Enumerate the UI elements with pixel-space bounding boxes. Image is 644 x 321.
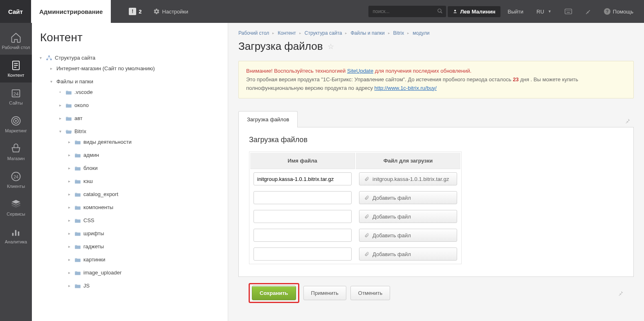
- lang-button[interactable]: RU ▼: [531, 9, 557, 15]
- crumb-link[interactable]: Структура сайта: [305, 30, 342, 36]
- apply-button[interactable]: Применить: [303, 286, 346, 300]
- tree-files[interactable]: ▾ Файлы и папки: [32, 78, 228, 86]
- buy-link[interactable]: http://www.1c-bitrix.ru/buy/: [375, 85, 437, 91]
- nav-clients[interactable]: 24 Клиенты: [0, 166, 32, 194]
- tree-item[interactable]: ▸картинки: [32, 256, 228, 264]
- tab-site[interactable]: Сайт: [0, 0, 31, 23]
- tree-label: .vscode: [74, 88, 93, 96]
- search-input[interactable]: [368, 6, 446, 17]
- tree-label: блоки: [83, 164, 98, 172]
- tree-item[interactable]: •.vscode: [32, 88, 228, 96]
- folder-icon: [74, 178, 81, 184]
- nav-marketing[interactable]: Маркетинг: [0, 110, 32, 138]
- filename-input[interactable]: [254, 191, 352, 204]
- target-icon: [10, 115, 22, 127]
- tab-strip: Загрузка файлов: [238, 111, 634, 127]
- nav-content[interactable]: Контент: [0, 55, 32, 82]
- nav-sites[interactable]: 24 Сайты: [0, 82, 32, 110]
- tree-label: админ: [83, 151, 99, 159]
- tree-item[interactable]: ▸админ: [32, 151, 228, 159]
- crumb-link[interactable]: модули: [413, 30, 429, 36]
- tree-item[interactable]: ▸виды деятельности: [32, 138, 228, 146]
- tree-item[interactable]: ▸авт: [32, 114, 228, 123]
- tree-item[interactable]: ▸кэш: [32, 177, 228, 185]
- cancel-button[interactable]: Отменить: [350, 286, 390, 300]
- tree-label: JS: [83, 282, 90, 290]
- tree-item[interactable]: ▸около: [32, 101, 228, 109]
- pin-button[interactable]: [579, 9, 597, 14]
- tree-label: Bitrix: [74, 127, 86, 136]
- star-icon[interactable]: ☆: [328, 42, 334, 51]
- chevron-right-icon: ▸: [66, 190, 72, 198]
- user-button[interactable]: Лев Малинин: [448, 6, 500, 17]
- chevron-right-icon: ▸: [66, 256, 72, 264]
- calendar-icon: 24: [10, 87, 22, 99]
- tree-label: гаджеты: [83, 243, 104, 251]
- chevron-down-icon: ▾: [38, 54, 43, 62]
- table-row: Добавить файл: [250, 226, 460, 244]
- save-button[interactable]: Сохранить: [252, 286, 296, 300]
- tree-item[interactable]: ▸JS: [32, 282, 228, 290]
- add-file-button[interactable]: Добавить файл: [359, 210, 457, 223]
- save-highlight: Сохранить: [249, 283, 299, 303]
- tree-item[interactable]: ▸гаджеты: [32, 243, 228, 251]
- file-btn-label: Добавить файл: [372, 214, 411, 220]
- paperclip-icon: [364, 214, 369, 219]
- tree-item[interactable]: ▸блоки: [32, 164, 228, 172]
- paperclip-icon: [364, 176, 369, 182]
- tree-title: Контент: [32, 31, 228, 51]
- tree-root[interactable]: ▾ Структура сайта: [32, 54, 228, 62]
- col-uploadfile: Файл для загрузки: [356, 153, 460, 169]
- tree-item[interactable]: ▸catalog_export: [32, 190, 228, 198]
- tree-item[interactable]: ▸шрифты: [32, 230, 228, 238]
- nav-analytics[interactable]: Аналитика: [0, 221, 32, 249]
- filename-input[interactable]: [254, 210, 352, 223]
- tree-item[interactable]: ▸image_uploader: [32, 269, 228, 277]
- tab-upload[interactable]: Загрузка файлов: [238, 111, 298, 127]
- tree-item[interactable]: ▸CSS: [32, 216, 228, 225]
- action-bar: Сохранить Применить Отменить: [238, 277, 634, 309]
- nav-services[interactable]: Сервисы: [0, 194, 32, 221]
- filename-input[interactable]: [254, 229, 352, 242]
- chart-icon: [10, 226, 22, 238]
- tree-label: image_uploader: [83, 269, 121, 277]
- filename-input[interactable]: [254, 247, 352, 261]
- tree-label: кэш: [83, 177, 93, 185]
- add-file-button[interactable]: Добавить файл: [359, 247, 457, 261]
- chevron-down-icon: ▾: [48, 78, 54, 86]
- paperclip-icon: [364, 195, 369, 201]
- help-button[interactable]: ? Помощь: [598, 8, 639, 15]
- crumb-link[interactable]: Рабочий стол: [238, 30, 269, 36]
- tree-item[interactable]: ▸компоненты: [32, 203, 228, 212]
- add-file-button[interactable]: Добавить файл: [359, 191, 457, 204]
- add-file-button[interactable]: Добавить файл: [359, 229, 457, 242]
- filename-input[interactable]: [254, 172, 352, 185]
- tab-admin[interactable]: Администрирование: [31, 0, 111, 23]
- pin-icon[interactable]: [618, 290, 624, 296]
- tree-item[interactable]: ▾Bitrix: [32, 127, 228, 136]
- search-icon[interactable]: [437, 8, 443, 14]
- tree-label: компоненты: [83, 203, 113, 212]
- chevron-right-icon: ▸: [272, 31, 274, 35]
- svg-text:24: 24: [13, 174, 18, 179]
- crumb-link[interactable]: Контент: [278, 30, 296, 36]
- keyboard-button[interactable]: [559, 9, 578, 14]
- add-file-button[interactable]: initgroup.kassa-1.0.1.bitrix.tar.gz: [359, 172, 457, 185]
- tree-item-shop[interactable]: ▸ Интернет-магазин (Сайт по умолчанию): [32, 65, 228, 73]
- siteupdate-link[interactable]: SiteUpdate: [347, 68, 373, 74]
- pin-icon[interactable]: [622, 115, 634, 127]
- notifications-button[interactable]: ! 2: [123, 0, 147, 23]
- gear-icon: [153, 8, 160, 15]
- chevron-icon: ▸: [57, 101, 63, 109]
- settings-button[interactable]: Настройки: [148, 0, 194, 23]
- logout-button[interactable]: Выйти: [502, 9, 530, 15]
- crumb-link[interactable]: Файлы и папки: [350, 30, 384, 36]
- nav-desktop[interactable]: Рабочий стол: [0, 27, 32, 55]
- crumb-link[interactable]: Bitrix: [393, 30, 404, 36]
- chevron-right-icon: ▸: [66, 151, 72, 159]
- main-content: Рабочий стол▸Контент▸Структура сайта▸Фай…: [228, 23, 644, 321]
- chevron-right-icon: ▸: [388, 31, 390, 35]
- chevron-right-icon: ▸: [66, 269, 72, 277]
- nav-shop[interactable]: Магазин: [0, 138, 32, 166]
- svg-point-17: [16, 120, 16, 121]
